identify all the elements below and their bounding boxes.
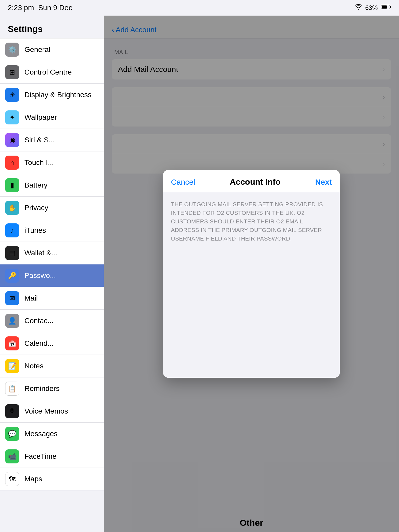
- mail-icon: ✉: [5, 291, 19, 305]
- messages-icon: 💬: [5, 427, 19, 441]
- modal-body: THE OUTGOING MAIL SERVER SETTING PROVIDE…: [163, 192, 340, 378]
- sidebar-item-label-reminders: Reminders: [24, 384, 59, 393]
- maps-icon: 🗺: [5, 472, 19, 486]
- sidebar-item-label-passwords: Passwo...: [24, 271, 56, 280]
- modal-cancel-button[interactable]: Cancel: [171, 178, 195, 187]
- sidebar-item-calendar[interactable]: 📅Calend...: [0, 332, 104, 355]
- wallpaper-icon: ✦: [5, 110, 19, 124]
- notes-icon: 📝: [5, 359, 19, 373]
- sidebar-item-label-maps: Maps: [24, 475, 42, 483]
- svg-rect-2: [382, 5, 387, 9]
- sidebar-item-label-privacy: Privacy: [24, 204, 48, 212]
- status-time: 2:23 pm: [8, 4, 34, 12]
- reminders-icon: 📋: [5, 382, 19, 396]
- sidebar-item-label-siri: Siri & S...: [24, 136, 55, 144]
- sidebar-item-itunes[interactable]: ♪iTunes: [0, 219, 104, 242]
- sidebar-item-privacy[interactable]: ✋Privacy: [0, 197, 104, 219]
- sidebar-item-wallet[interactable]: ▤Wallet &...: [0, 242, 104, 264]
- sidebar-item-facetime[interactable]: 📹FaceTime: [0, 445, 104, 468]
- battery-icon: ▮: [5, 178, 19, 192]
- wifi-icon: [355, 4, 362, 11]
- passwords-icon: 🔑: [5, 269, 19, 283]
- sidebar-item-label-touch-id: Touch I...: [24, 158, 54, 167]
- sidebar-item-siri[interactable]: ◉Siri & S...: [0, 129, 104, 151]
- battery-percentage: 63%: [365, 4, 378, 11]
- sidebar-item-mail[interactable]: ✉Mail: [0, 287, 104, 310]
- sidebar-item-label-voice-memos: Voice Memos: [24, 407, 68, 415]
- modal-title: Account Info: [230, 177, 281, 187]
- sidebar-item-label-display-brightness: Display & Brightness: [24, 91, 91, 99]
- facetime-icon: 📹: [5, 449, 19, 463]
- sidebar: Settings ⚙️General⊞Control Centre☀Displa…: [0, 16, 104, 532]
- sidebar-item-label-mail: Mail: [24, 294, 38, 302]
- sidebar-item-general[interactable]: ⚙️General: [0, 38, 104, 61]
- sidebar-item-label-wallpaper: Wallpaper: [24, 113, 57, 122]
- calendar-icon: 📅: [5, 336, 19, 350]
- sidebar-item-messages[interactable]: 💬Messages: [0, 423, 104, 445]
- split-container: Settings ⚙️General⊞Control Centre☀Displa…: [0, 16, 399, 532]
- battery-icon: [381, 4, 391, 11]
- account-info-modal: Cancel Account Info Next THE OUTGOING MA…: [163, 170, 340, 378]
- sidebar-header: Settings: [0, 16, 104, 38]
- sidebar-item-label-facetime: FaceTime: [24, 452, 56, 461]
- status-icons: 63%: [355, 4, 391, 11]
- modal-header: Cancel Account Info Next: [163, 170, 340, 192]
- sidebar-item-control-centre[interactable]: ⊞Control Centre: [0, 61, 104, 84]
- sidebar-item-label-battery: Battery: [24, 181, 48, 189]
- status-bar: 2:23 pm Sun 9 Dec 63%: [0, 0, 399, 16]
- sidebar-item-display-brightness[interactable]: ☀Display & Brightness: [0, 84, 104, 106]
- contacts-icon: 👤: [5, 314, 19, 328]
- sidebar-item-battery[interactable]: ▮Battery: [0, 174, 104, 197]
- wallet-icon: ▤: [5, 246, 19, 260]
- svg-rect-1: [390, 6, 391, 8]
- display-brightness-icon: ☀: [5, 88, 19, 102]
- voice-memos-icon: 🎙: [5, 404, 19, 418]
- itunes-icon: ♪: [5, 223, 19, 237]
- privacy-icon: ✋: [5, 201, 19, 215]
- sidebar-item-contacts[interactable]: 👤Contac...: [0, 310, 104, 332]
- sidebar-item-notes[interactable]: 📝Notes: [0, 355, 104, 377]
- sidebar-item-label-wallet: Wallet &...: [24, 249, 57, 257]
- sidebar-item-passwords[interactable]: 🔑Passwo...: [0, 264, 104, 287]
- sidebar-item-wallpaper[interactable]: ✦Wallpaper: [0, 106, 104, 129]
- sidebar-item-reminders[interactable]: 📋Reminders: [0, 377, 104, 400]
- modal-overlay: Cancel Account Info Next THE OUTGOING MA…: [104, 16, 399, 532]
- modal-next-button[interactable]: Next: [315, 178, 332, 187]
- modal-notice-text: THE OUTGOING MAIL SERVER SETTING PROVIDE…: [171, 200, 332, 243]
- sidebar-item-label-messages: Messages: [24, 430, 58, 438]
- status-date: Sun 9 Dec: [38, 4, 72, 12]
- sidebar-title: Settings: [8, 24, 43, 34]
- control-centre-icon: ⊞: [5, 65, 19, 79]
- sidebar-item-label-notes: Notes: [24, 362, 43, 370]
- sidebar-item-maps[interactable]: 🗺Maps: [0, 468, 104, 490]
- sidebar-item-label-general: General: [24, 45, 50, 54]
- sidebar-item-label-itunes: iTunes: [24, 226, 46, 235]
- sidebar-item-label-calendar: Calend...: [24, 339, 54, 348]
- sidebar-item-touch-id[interactable]: ⌂Touch I...: [0, 151, 104, 174]
- right-panel: ‹ Add Account Other MAIL Add Mail Accoun…: [104, 16, 399, 532]
- sidebar-item-voice-memos[interactable]: 🎙Voice Memos: [0, 400, 104, 423]
- general-icon: ⚙️: [5, 43, 19, 57]
- sidebar-item-label-control-centre: Control Centre: [24, 68, 72, 76]
- sidebar-item-label-contacts: Contac...: [24, 317, 54, 325]
- siri-icon: ◉: [5, 133, 19, 147]
- touch-id-icon: ⌂: [5, 156, 19, 170]
